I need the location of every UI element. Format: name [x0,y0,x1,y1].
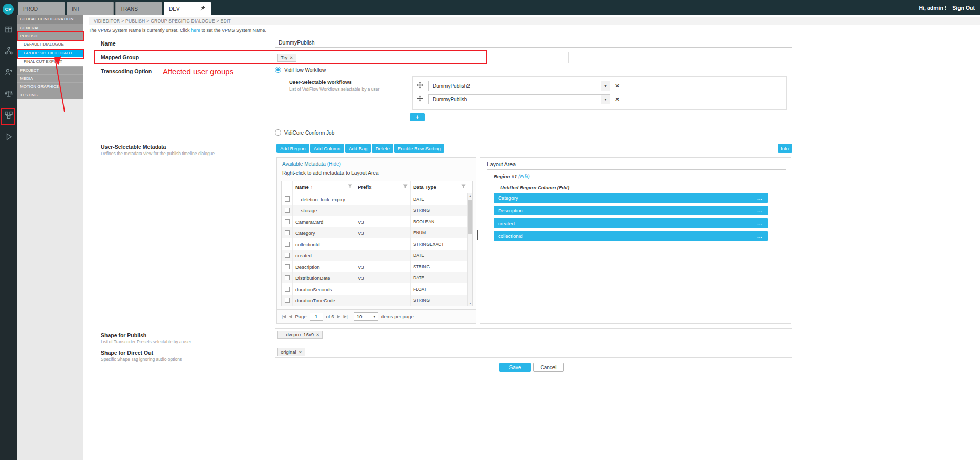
modules-icon[interactable] [4,24,14,34]
items-per-page-select[interactable]: 10 ▼ [354,312,378,321]
sidebar-item-final-cut-export[interactable]: FINAL CUT EXPORT [17,57,83,66]
row-checkbox[interactable] [285,253,290,258]
enable-row-sorting-button[interactable]: Enable Row Sorting [394,144,444,153]
name-input[interactable] [275,37,792,48]
shape-for-direct-out-field[interactable]: original× [275,346,792,358]
remove-tag-icon[interactable]: × [316,332,319,337]
sidebar-item-general[interactable]: GENERAL [17,24,83,32]
sign-out-link[interactable]: Sign Out [952,5,975,11]
mapped-group-chip: Try× [277,54,296,62]
row-checkbox[interactable] [285,275,290,280]
vpms-here-link[interactable]: here [191,28,200,33]
cancel-button[interactable]: Cancel [533,363,564,372]
vidicore-conform-radio[interactable] [275,129,281,136]
add-column-button[interactable]: Add Column [310,144,344,153]
table-scrollbar[interactable]: ▲ ▼ [467,193,472,306]
tab-int[interactable]: INT [67,2,114,15]
sidebar-item-testing[interactable]: TESTING [17,91,83,99]
page-number-input[interactable] [310,313,323,321]
tab-dev[interactable]: DEV [164,2,211,15]
chevron-down-icon[interactable]: ▼ [601,95,610,104]
sidebar-item-group-specific-dialogue[interactable]: GROUP SPECIFIC DIALO... [17,49,83,57]
table-row[interactable]: CategoryV3ENUM [282,227,472,238]
sidebar-item-project[interactable]: PROJECT [17,66,83,74]
user-selectable-metadata-label: User-Selectable Metadata [101,144,166,150]
hide-link[interactable]: (Hide) [327,161,341,167]
sidebar-item-motion-graphics[interactable]: MOTION GRAPHICS [17,82,83,91]
filter-icon[interactable] [461,184,466,190]
column-header-name[interactable]: Name ↑ [293,181,355,193]
table-row[interactable]: collectionIdSTRINGEXACT [282,238,472,250]
prev-page-icon[interactable]: ◀ [289,314,292,319]
move-icon[interactable] [417,95,423,104]
add-region-button[interactable]: Add Region [276,144,309,153]
row-checkbox[interactable] [285,287,290,292]
table-body: __deletion_lock_expiryDATE __storageSTRI… [282,193,472,306]
column-header-prefix[interactable]: Prefix [355,181,411,193]
more-options-icon[interactable]: ... [757,221,763,226]
table-row[interactable]: durationSecondsFLOAT [282,283,472,295]
column-edit-link[interactable]: (Edit) [557,185,569,190]
layout-item[interactable]: Category... [494,193,768,203]
filter-icon[interactable] [403,184,408,190]
table-row[interactable]: __storageSTRING [282,205,472,216]
delete-button[interactable]: Delete [372,144,393,153]
more-options-icon[interactable]: ... [757,233,763,239]
vidiflow-workflow-radio-label: VidiFlow Workflow [284,67,326,73]
scroll-down-icon[interactable]: ▼ [468,302,472,305]
row-checkbox[interactable] [285,230,290,235]
user-key-icon[interactable] [4,67,14,77]
save-button[interactable]: Save [499,363,531,372]
workflow-select[interactable]: DummyPublish ▼ [428,94,610,104]
remove-workflow-icon[interactable]: ✕ [615,96,620,103]
row-checkbox[interactable] [285,264,290,269]
remove-tag-icon[interactable]: × [290,55,292,60]
sidebar-item-publish[interactable]: PUBLISH [17,32,83,40]
filter-icon[interactable] [348,184,352,190]
row-checkbox[interactable] [285,242,290,247]
add-workflow-button[interactable]: + [410,113,425,121]
remove-tag-icon[interactable]: × [299,349,302,355]
table-row[interactable]: createdDATE [282,250,472,261]
table-row[interactable]: CameraCardV3BOOLEAN [282,216,472,227]
network-nodes-icon[interactable] [4,110,14,120]
molecule-icon[interactable] [4,46,14,56]
panel-splitter[interactable] [477,230,478,240]
tab-prod[interactable]: PROD [18,2,65,15]
sidebar-item-default-dialogue[interactable]: DEFAULT DIALOGUE [17,40,83,49]
info-button[interactable]: Info [778,144,792,153]
first-page-icon[interactable]: |◀ [282,314,286,319]
row-checkbox[interactable] [285,219,290,224]
balance-icon[interactable] [4,89,14,99]
vidiflow-workflow-radio[interactable] [275,67,281,73]
row-checkbox[interactable] [285,208,290,213]
scroll-up-icon[interactable]: ▲ [468,194,472,198]
remove-workflow-icon[interactable]: ✕ [615,83,620,90]
last-page-icon[interactable]: ▶| [344,314,348,319]
layout-item[interactable]: Description... [494,206,768,215]
sidebar-item-media[interactable]: MEDIA [17,74,83,82]
chevron-down-icon[interactable]: ▼ [601,81,610,91]
column-header-data-type[interactable]: Data Type [411,181,472,193]
workflow-select[interactable]: DummyPublish2 ▼ [428,81,610,91]
add-bag-button[interactable]: Add Bag [345,144,371,153]
row-checkbox[interactable] [285,196,290,202]
more-options-icon[interactable]: ... [757,208,763,213]
table-row[interactable]: __deletion_lock_expiryDATE [282,193,472,205]
more-options-icon[interactable]: ... [757,195,763,201]
scrollbar-thumb[interactable] [468,200,472,234]
tab-trans[interactable]: TRANS [115,2,162,15]
next-page-icon[interactable]: ▶ [337,314,340,319]
row-checkbox[interactable] [285,298,290,303]
table-row[interactable]: DistributionDateV3DATE [282,272,472,283]
region-edit-link[interactable]: (Edit) [518,173,530,179]
mapped-group-field[interactable]: Try× [275,52,569,63]
vpms-notice: The VPMS System Name is currently unset.… [89,28,266,33]
shape-for-publish-field[interactable]: __dvcpro_16x9× [275,328,792,340]
table-row[interactable]: durationTimeCodeSTRING [282,295,472,306]
move-icon[interactable] [417,81,423,91]
layout-item[interactable]: created... [494,218,768,228]
layout-item[interactable]: collectionId... [494,231,768,241]
table-row[interactable]: DescriptionV3STRING [282,261,472,272]
play-icon[interactable] [4,132,14,142]
